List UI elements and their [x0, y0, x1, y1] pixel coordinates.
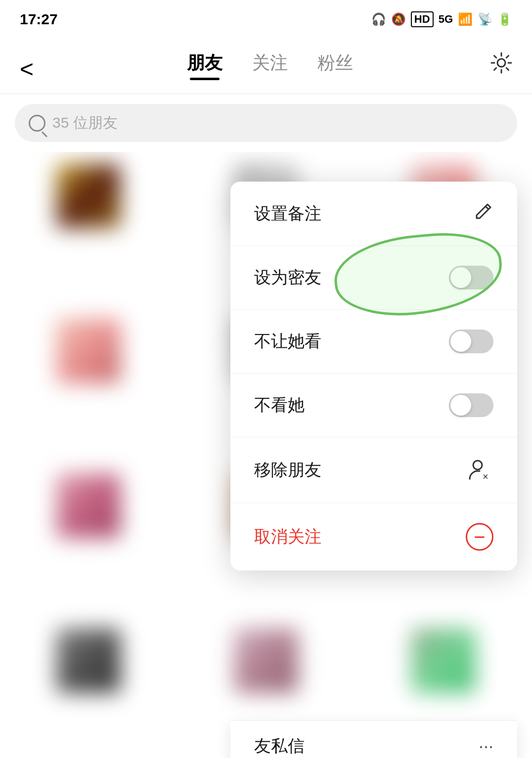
block-her-toggle[interactable] — [449, 393, 493, 417]
signal-icon: 📶 — [458, 12, 473, 26]
menu-item-close-friend[interactable]: 设为密友 — [230, 246, 517, 310]
avatar-item — [0, 616, 177, 758]
context-menu: 设置备注 设为密友 不让她看 不看她 移除朋友 — [230, 182, 517, 570]
settings-button[interactable] — [490, 52, 512, 86]
search-placeholder: 35 位朋友 — [52, 113, 118, 133]
menu-item-set-note[interactable]: 设置备注 — [230, 182, 517, 246]
content-area: 设置备注 设为密友 不让她看 不看她 移除朋友 — [0, 152, 532, 758]
menu-item-remove-friend[interactable]: 移除朋友 × — [230, 437, 517, 503]
avatar-item — [0, 462, 177, 616]
block-see-toggle[interactable] — [449, 330, 493, 353]
more-icon: ··· — [479, 736, 493, 757]
unfollow-icon — [466, 523, 493, 551]
avatar-item — [0, 307, 177, 462]
bottom-partial-item[interactable]: 友私信 ··· — [230, 720, 517, 758]
search-area: 35 位朋友 — [0, 94, 532, 152]
remove-friend-icon: × — [468, 457, 493, 483]
svg-point-1 — [473, 461, 482, 470]
tab-following[interactable]: 关注 — [252, 51, 288, 79]
5g-badge: 5G — [439, 13, 453, 26]
menu-label-set-note: 设置备注 — [254, 202, 321, 225]
wifi-icon: 📡 — [478, 12, 492, 26]
battery-icon: 🔋 — [497, 12, 512, 26]
nav-tabs: 朋友 关注 粉丝 — [187, 51, 353, 87]
nav-bar: < 朋友 关注 粉丝 — [0, 35, 532, 94]
menu-label-close-friend: 设为密友 — [254, 266, 321, 289]
edit-icon — [474, 201, 493, 226]
menu-item-block-see[interactable]: 不让她看 — [230, 310, 517, 374]
svg-text:×: × — [483, 471, 488, 482]
back-button[interactable]: < — [20, 55, 49, 83]
status-bar: 17:27 🎧 🔕 HD 5G 📶 📡 🔋 — [0, 0, 532, 35]
avatar-item — [0, 152, 177, 307]
close-friend-toggle[interactable] — [449, 266, 493, 289]
hd-badge: HD — [411, 11, 434, 27]
mute-icon: 🔕 — [391, 12, 406, 26]
tab-friends[interactable]: 朋友 — [187, 51, 222, 79]
status-time: 17:27 — [20, 11, 58, 28]
menu-label-block-her: 不看她 — [254, 394, 305, 417]
menu-item-block-her[interactable]: 不看她 — [230, 374, 517, 437]
svg-point-0 — [497, 59, 505, 67]
menu-item-unfollow[interactable]: 取消关注 — [230, 503, 517, 570]
partial-label: 友私信 — [254, 735, 305, 758]
search-bar[interactable]: 35 位朋友 — [15, 104, 517, 142]
headphone-icon: 🎧 — [371, 12, 386, 26]
search-icon — [29, 115, 45, 132]
menu-label-unfollow: 取消关注 — [254, 525, 321, 548]
menu-label-remove-friend: 移除朋友 — [254, 459, 321, 481]
menu-label-block-see: 不让她看 — [254, 330, 321, 353]
tab-fans[interactable]: 粉丝 — [317, 51, 353, 79]
status-icons: 🎧 🔕 HD 5G 📶 📡 🔋 — [371, 11, 512, 27]
